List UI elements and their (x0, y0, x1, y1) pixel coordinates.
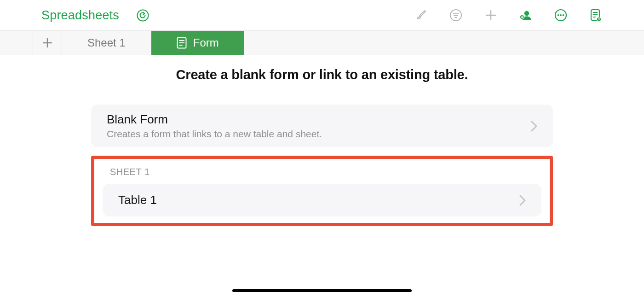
add-sheet-button[interactable] (33, 31, 62, 55)
ellipsis-circle-icon (554, 9, 567, 22)
option-text: Table 1 (118, 193, 157, 207)
filter-lines-icon (449, 9, 462, 22)
brush-icon (414, 9, 427, 22)
svg-point-13 (558, 14, 559, 16)
svg-point-0 (137, 10, 148, 21)
undo-icon (137, 9, 149, 22)
insert-button[interactable] (484, 8, 498, 22)
tab-label: Sheet 1 (87, 36, 126, 49)
option-subtitle: Creates a form that links to a new table… (107, 129, 322, 140)
add-person-icon (519, 8, 533, 22)
top-toolbar-right (414, 8, 603, 22)
plus-icon (484, 9, 497, 22)
form-preview-button[interactable] (589, 8, 603, 22)
existing-tables-section-highlight: SHEET 1 Table 1 (91, 156, 553, 226)
form-setup-panel: Create a blank form or link to an existi… (0, 55, 644, 226)
plus-icon (41, 37, 53, 49)
tab-spacer (0, 31, 33, 55)
undo-button[interactable] (136, 8, 150, 22)
tab-sheet1[interactable]: Sheet 1 (62, 31, 151, 55)
tab-form[interactable]: Form (151, 31, 244, 55)
svg-point-7 (524, 11, 529, 16)
svg-point-15 (563, 14, 564, 16)
option-text: Blank Form Creates a form that links to … (107, 112, 322, 140)
section-label: SHEET 1 (110, 167, 541, 177)
top-toolbar-left: Spreadsheets (41, 8, 150, 23)
sheet-tab-bar: Sheet 1 Form (0, 31, 644, 55)
chevron-right-icon (531, 121, 537, 132)
form-options-list: Blank Form Creates a form that links to … (91, 105, 553, 226)
form-preview-icon (589, 8, 602, 22)
form-icon (177, 37, 187, 49)
filter-button[interactable] (449, 8, 463, 22)
top-toolbar: Spreadsheets (0, 0, 644, 31)
table1-option[interactable]: Table 1 (103, 184, 541, 216)
tab-label: Form (193, 36, 219, 49)
collaborate-button[interactable] (519, 8, 533, 22)
home-indicator[interactable] (232, 289, 412, 292)
back-to-spreadsheets-button[interactable]: Spreadsheets (41, 8, 119, 23)
option-title: Blank Form (107, 112, 322, 127)
format-brush-button[interactable] (414, 8, 428, 22)
option-title: Table 1 (118, 193, 157, 207)
page-title: Create a blank form or link to an existi… (0, 67, 644, 82)
blank-form-option[interactable]: Blank Form Creates a form that links to … (91, 105, 553, 147)
svg-point-22 (598, 19, 600, 20)
svg-point-14 (560, 14, 562, 16)
chevron-right-icon (519, 195, 526, 206)
more-button[interactable] (554, 8, 568, 22)
